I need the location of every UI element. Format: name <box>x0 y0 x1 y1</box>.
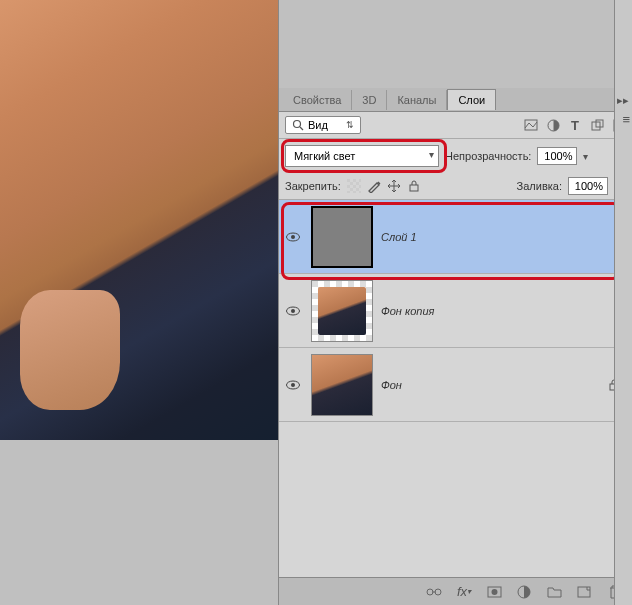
layer-item[interactable]: Фон <box>279 348 632 422</box>
layer-name[interactable]: Фон копия <box>381 305 434 317</box>
opacity-value[interactable]: 100% <box>537 147 577 165</box>
panel-tabs: Свойства 3D Каналы Слои <box>279 88 632 112</box>
lock-all-icon[interactable] <box>407 179 421 193</box>
opacity-label: Непрозрачность: <box>445 150 531 162</box>
lock-pixels-icon[interactable] <box>367 179 381 193</box>
layer-thumbnail[interactable] <box>311 354 373 416</box>
filter-label: Вид <box>308 119 328 131</box>
layer-thumbnail[interactable] <box>311 206 373 268</box>
svg-rect-11 <box>410 185 418 191</box>
layers-list[interactable]: Слой 1 Фон копия Фон <box>279 200 632 577</box>
tab-3d[interactable]: 3D <box>352 90 387 110</box>
eye-icon <box>286 380 300 390</box>
search-icon <box>292 119 304 131</box>
fill-value[interactable]: 100% <box>568 177 608 195</box>
svg-point-17 <box>291 383 295 387</box>
canvas-image <box>0 0 278 440</box>
eye-icon <box>286 232 300 242</box>
layer-name[interactable]: Слой 1 <box>381 231 417 243</box>
blend-opacity-row: Мягкий свет Непрозрачность: 100% ▾ <box>279 139 632 173</box>
layer-item[interactable]: Слой 1 <box>279 200 632 274</box>
layer-item[interactable]: Фон копия <box>279 274 632 348</box>
lock-label: Закрепить: <box>285 180 341 192</box>
svg-point-13 <box>291 235 295 239</box>
lock-fill-row: Закрепить: Заливка: 100% ▾ <box>279 173 632 200</box>
tab-properties[interactable]: Свойства <box>283 90 352 110</box>
layer-visibility-toggle[interactable] <box>283 227 303 247</box>
blend-mode-value: Мягкий свет <box>294 150 355 162</box>
layer-filter-select[interactable]: Вид ⇅ <box>285 116 361 134</box>
lock-transparency-icon[interactable] <box>347 179 361 193</box>
blend-mode-select[interactable]: Мягкий свет <box>285 145 439 167</box>
filter-type-icons: T <box>524 118 626 132</box>
filter-pixel-icon[interactable] <box>524 118 538 132</box>
layer-name[interactable]: Фон <box>381 379 402 391</box>
filter-shape-icon[interactable] <box>590 118 604 132</box>
eye-icon <box>286 306 300 316</box>
opacity-chevron-icon[interactable]: ▾ <box>583 151 595 162</box>
svg-rect-25 <box>578 587 590 597</box>
svg-rect-8 <box>347 179 361 193</box>
layer-visibility-toggle[interactable] <box>283 375 303 395</box>
svg-point-15 <box>291 309 295 313</box>
svg-point-23 <box>491 589 497 595</box>
canvas-empty-area <box>0 440 278 605</box>
document-canvas[interactable] <box>0 0 278 605</box>
panel-menu-icon[interactable]: ≡ <box>622 112 630 127</box>
svg-line-1 <box>300 127 303 130</box>
layer-group-icon[interactable] <box>546 584 562 600</box>
adjustment-layer-icon[interactable] <box>516 584 532 600</box>
filter-adjustment-icon[interactable] <box>546 118 560 132</box>
fill-label: Заливка: <box>517 180 562 192</box>
link-layers-icon[interactable] <box>426 584 442 600</box>
layer-effects-icon[interactable]: fx▾ <box>456 584 472 600</box>
tab-layers[interactable]: Слои <box>447 89 496 110</box>
tab-channels[interactable]: Каналы <box>387 90 447 110</box>
lock-position-icon[interactable] <box>387 179 401 193</box>
panel-spacer <box>279 0 632 88</box>
new-layer-icon[interactable] <box>576 584 592 600</box>
panel-collapse-icon[interactable]: ▸▸ <box>614 88 632 112</box>
lock-buttons <box>347 179 421 193</box>
layer-mask-icon[interactable] <box>486 584 502 600</box>
svg-point-0 <box>294 121 301 128</box>
layer-thumbnail[interactable] <box>311 280 373 342</box>
filter-type-icon[interactable]: T <box>568 118 582 132</box>
layers-panel: Свойства 3D Каналы Слои Вид ⇅ T Мягкий с… <box>278 0 632 605</box>
layer-filter-row: Вид ⇅ T <box>279 112 632 139</box>
layer-visibility-toggle[interactable] <box>283 301 303 321</box>
chevron-updown-icon: ⇅ <box>346 120 354 130</box>
layers-bottom-toolbar: fx▾ <box>279 577 632 605</box>
